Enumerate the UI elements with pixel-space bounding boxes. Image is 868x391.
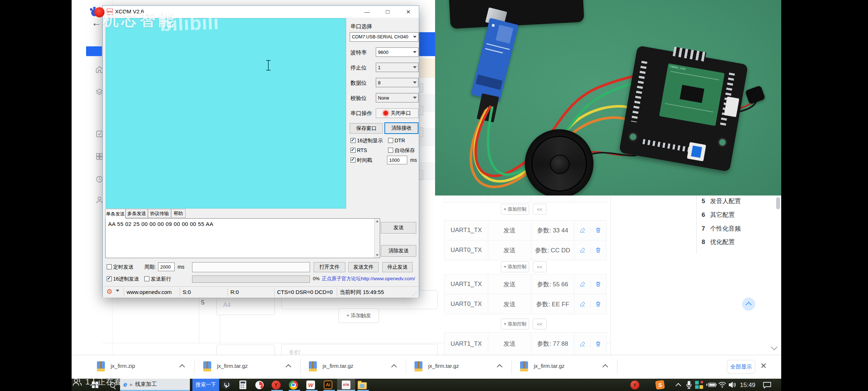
back-arrow-icon[interactable]: ← [92,17,101,29]
volume-icon[interactable] [728,380,737,390]
microphone-tray-icon[interactable] [684,380,694,390]
period-input[interactable]: 2000 [158,262,175,271]
download-item[interactable]: jx_firm.tar.gz [407,355,512,379]
menu-item-optimize-config[interactable]: 8优化配置 [702,238,735,246]
tab-single-send[interactable]: 单条发送 [105,209,125,219]
clear-receive-button[interactable]: 清除接收 [384,122,418,134]
hidden-icons-arrow[interactable] [673,380,683,390]
send-textarea[interactable]: AA 55 02 25 00 00 00 09 00 00 00 55 AA [105,218,380,258]
timed-send-checkbox[interactable] [107,264,112,269]
hex-send-checkbox[interactable] [107,276,112,281]
taskbar-clock[interactable]: 15:49 [740,382,756,389]
send-file-button[interactable]: 发送文件 [348,262,379,272]
illustrator-icon[interactable]: Ai [323,380,333,390]
file-explorer-icon[interactable] [357,380,367,390]
taskbar-window-button[interactable]: e 线束加工 [120,379,190,391]
edit-icon[interactable] [579,301,586,307]
screen-time-app-icon[interactable] [255,380,264,390]
maximize-button[interactable]: □ [379,6,396,18]
receive-textarea[interactable] [106,18,346,209]
delete-icon[interactable] [595,301,601,307]
openedv-forum-link[interactable]: 正点原子官方论坛http://www.openedv.com/ [322,276,415,282]
collapse-button[interactable]: << [533,204,546,215]
autosave-checkbox[interactable] [388,148,393,153]
file-path-input[interactable] [192,262,310,272]
calculator-icon[interactable] [238,380,247,390]
gear-dropdown-icon[interactable] [116,290,119,292]
baud-combo[interactable]: 9600 [376,47,418,57]
taskbar-search-button[interactable]: 搜索一下 [192,379,219,391]
sogou-input-icon[interactable]: S [655,380,665,390]
edit-icon[interactable] [579,247,586,253]
delete-icon[interactable] [595,281,601,287]
minimize-button[interactable]: — [359,6,375,18]
download-item[interactable]: jx_firm.tar.gz [195,355,301,379]
delete-icon[interactable] [595,341,601,347]
download-item[interactable]: jx_firm.tar.gz [301,355,407,379]
tab-help[interactable]: 帮助 [171,209,186,218]
edit-icon[interactable] [579,281,586,287]
rts-checkbox[interactable] [350,148,356,153]
parity-combo[interactable]: None [376,93,418,102]
wifi-icon[interactable] [718,380,727,390]
tab-multi-send[interactable]: 多条发送 [125,209,148,218]
device-cell: UART1_TX [444,333,488,355]
add-control-button[interactable]: + 添加控制 [501,204,529,215]
stopbit-combo[interactable]: 1 [376,63,418,72]
menu-item-voice-config[interactable]: 5发音人配置 [702,197,741,205]
scrollbar-thumb[interactable] [776,197,780,209]
resize-grip[interactable]: ⋰ [412,291,417,297]
tab-protocol[interactable]: 协议传输 [148,209,171,218]
port-select-combo[interactable]: COM7:USB-SERIAL CH340 [350,32,418,42]
chevron-up-icon[interactable] [391,364,397,370]
stop-send-button[interactable]: 停止发送 [382,262,413,272]
close-downloads-icon[interactable]: ✕ [760,361,767,371]
chrome-icon[interactable] [289,380,298,390]
tray-thunder-icon[interactable]: Y [630,380,639,390]
hardware-photo: Y0656A_V163 [435,0,781,196]
edit-icon[interactable] [579,341,586,347]
send-button[interactable]: 发送 [381,222,416,234]
timestamp-input[interactable]: 1000 [387,156,407,164]
gear-icon[interactable]: ⚙ [106,288,112,296]
save-window-button[interactable]: 保存窗口 [350,123,383,134]
action-cell: 发送 [488,220,531,240]
hex-display-checkbox[interactable] [350,138,356,143]
collapse-button[interactable]: << [533,319,546,329]
add-control-button[interactable]: + 添加控制 [501,261,529,272]
delete-icon[interactable] [595,227,601,234]
open-file-button[interactable]: 打开文件 [314,262,345,272]
battery-icon[interactable] [705,380,718,390]
mirror-app-icon[interactable] [221,380,231,390]
back-to-top-button[interactable] [742,298,755,311]
button-fragment [420,170,423,180]
chevron-up-icon[interactable] [286,364,292,370]
menu-item-custom-audio[interactable]: 7个性化音频 [702,224,741,233]
trigger-key-input[interactable]: A4 [216,297,275,315]
send-newline-checkbox[interactable] [144,276,149,281]
add-control-button[interactable]: + 添加控制 [501,319,529,329]
add-trigger-button[interactable]: + 添加触发 [339,308,379,323]
input-method-grid-icon[interactable] [694,380,704,390]
show-all-downloads-button[interactable]: 全部显示 [727,360,755,374]
wps-icon[interactable]: W [306,380,315,390]
delete-icon[interactable] [595,247,601,253]
close-port-button[interactable]: 关闭串口 [376,108,418,118]
menu-item-other-config[interactable]: 6其它配置 [702,211,735,219]
collapse-button[interactable]: << [533,261,546,272]
databit-combo[interactable]: 8 [376,78,418,87]
edit-icon[interactable] [579,227,586,234]
action-center-icon[interactable] [762,380,773,390]
xcom-taskbar-icon[interactable]: ATK [341,380,351,390]
timestamp-checkbox[interactable] [350,157,356,163]
chevron-up-icon[interactable] [603,364,608,370]
clear-send-button[interactable]: 清除发送 [381,245,416,257]
chevron-up-icon[interactable] [179,364,185,370]
chevron-up-icon[interactable] [497,364,503,370]
download-item[interactable]: jx_firm.tar.gz [512,355,618,379]
thunder-icon[interactable]: Y [271,380,281,390]
download-item[interactable]: jx_firm.zip [89,355,195,379]
scrollbar[interactable] [374,219,380,258]
close-button[interactable]: ✕ [400,6,417,18]
dtr-checkbox[interactable] [388,138,393,143]
